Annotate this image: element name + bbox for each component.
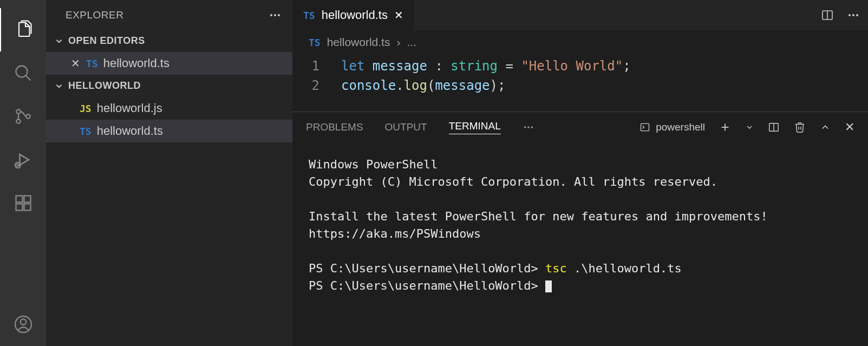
- file-item-js[interactable]: JS helloworld.js: [46, 97, 292, 120]
- tab-terminal[interactable]: TERMINAL: [449, 120, 501, 134]
- activity-search-icon[interactable]: [0, 51, 46, 95]
- svg-point-0: [16, 66, 27, 77]
- svg-point-12: [20, 319, 26, 325]
- code-content[interactable]: console.log(message);: [341, 76, 505, 95]
- term-line: Copyright (C) Microsoft Corporation. All…: [309, 175, 717, 188]
- activity-bar: [0, 0, 46, 346]
- ts-badge-icon: TS: [309, 37, 321, 48]
- breadcrumb-tail: ...: [407, 36, 416, 49]
- svg-line-1: [25, 76, 30, 81]
- breadcrumb[interactable]: TS helloworld.ts › ...: [292, 30, 868, 54]
- file-name: helloworld.js: [97, 101, 162, 115]
- section-label: HELLOWORLD: [68, 80, 141, 92]
- split-terminal-icon[interactable]: [768, 121, 780, 133]
- term-line: Install the latest PowerShell for new fe…: [309, 210, 768, 223]
- close-panel-icon[interactable]: ✕: [845, 120, 854, 134]
- bottom-panel: PROBLEMS OUTPUT TERMINAL powershell: [292, 112, 868, 346]
- open-editor-item[interactable]: ✕ TS helloworld.ts: [46, 52, 292, 75]
- term-line: https://aka.ms/PSWindows: [309, 227, 481, 240]
- editor-tabs: TS helloworld.ts ✕: [292, 0, 868, 30]
- chevron-up-icon[interactable]: [820, 122, 831, 133]
- sidebar-more-icon[interactable]: [269, 9, 282, 22]
- svg-point-19: [852, 14, 854, 16]
- close-icon[interactable]: ✕: [70, 57, 81, 70]
- svg-point-21: [524, 126, 526, 128]
- svg-point-14: [274, 14, 276, 16]
- svg-marker-5: [19, 154, 29, 165]
- svg-rect-10: [24, 196, 30, 203]
- breadcrumb-sep: ›: [396, 36, 400, 49]
- terminal-name: powershell: [656, 121, 705, 133]
- svg-point-13: [270, 14, 272, 16]
- cursor-icon: [545, 280, 552, 292]
- svg-rect-7: [16, 196, 22, 203]
- term-arg: .\helloworld.ts: [567, 262, 682, 275]
- ts-badge-icon: TS: [80, 126, 92, 137]
- activity-scm-icon[interactable]: [0, 95, 46, 138]
- tab-label: helloworld.ts: [322, 8, 388, 22]
- activity-debug-icon[interactable]: [0, 138, 46, 181]
- split-editor-icon[interactable]: [821, 9, 834, 22]
- sidebar-title: EXPLORER: [66, 9, 123, 21]
- terminal-selector[interactable]: powershell: [639, 121, 705, 133]
- section-folder[interactable]: HELLOWORLD: [46, 75, 292, 97]
- ts-badge-icon: TS: [86, 58, 98, 69]
- svg-point-4: [26, 114, 30, 119]
- close-icon[interactable]: ✕: [394, 9, 403, 22]
- activity-files-icon[interactable]: [0, 8, 46, 51]
- sidebar-header: EXPLORER: [46, 0, 292, 30]
- ts-badge-icon: TS: [303, 10, 315, 21]
- more-icon[interactable]: [847, 9, 860, 22]
- more-icon[interactable]: [523, 121, 534, 133]
- file-name: helloworld.ts: [103, 56, 169, 70]
- svg-point-23: [531, 126, 533, 128]
- svg-point-3: [16, 119, 21, 123]
- svg-rect-8: [16, 204, 22, 211]
- breadcrumb-file: helloworld.ts: [327, 36, 390, 49]
- main-area: TS helloworld.ts ✕ TS helloworld.ts › ..…: [292, 0, 868, 346]
- terminal[interactable]: Windows PowerShell Copyright (C) Microso…: [292, 142, 868, 346]
- tab-problems[interactable]: PROBLEMS: [306, 121, 363, 133]
- js-badge-icon: JS: [80, 103, 92, 114]
- tab-output[interactable]: OUTPUT: [385, 121, 427, 133]
- term-cmd: tsc: [545, 262, 567, 275]
- svg-point-15: [278, 14, 280, 16]
- svg-rect-24: [641, 123, 649, 130]
- svg-point-20: [856, 14, 858, 16]
- activity-extensions-icon[interactable]: [0, 181, 46, 225]
- line-number: 2: [292, 76, 341, 95]
- panel-tabs: PROBLEMS OUTPUT TERMINAL powershell: [292, 112, 868, 142]
- line-number: 1: [292, 56, 341, 76]
- code-editor[interactable]: 1let message : string = "Hello World";2c…: [292, 54, 868, 112]
- svg-point-22: [527, 126, 530, 128]
- activity-account-icon[interactable]: [0, 303, 46, 346]
- trash-icon[interactable]: [794, 121, 806, 133]
- svg-point-18: [849, 14, 851, 16]
- term-prompt: PS C:\Users\username\HelloWorld>: [309, 262, 545, 275]
- code-content[interactable]: let message : string = "Hello World";: [341, 56, 631, 76]
- file-item-ts[interactable]: TS helloworld.ts: [46, 120, 292, 142]
- file-name: helloworld.ts: [97, 124, 163, 138]
- svg-rect-9: [24, 204, 30, 211]
- new-terminal-icon[interactable]: [719, 121, 731, 133]
- editor-tab[interactable]: TS helloworld.ts ✕: [292, 0, 414, 30]
- svg-point-2: [16, 109, 21, 114]
- section-label: OPEN EDITORS: [68, 35, 145, 47]
- sidebar: EXPLORER OPEN EDITORS ✕ TS helloworld.ts…: [46, 0, 292, 346]
- chevron-down-icon[interactable]: [745, 123, 754, 132]
- section-open-editors[interactable]: OPEN EDITORS: [46, 30, 292, 52]
- term-line: Windows PowerShell: [309, 158, 438, 171]
- term-prompt: PS C:\Users\username\HelloWorld>: [309, 279, 545, 292]
